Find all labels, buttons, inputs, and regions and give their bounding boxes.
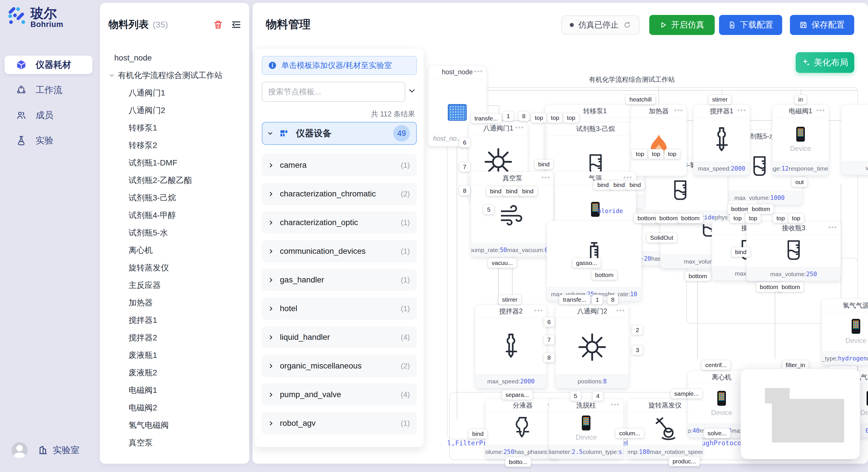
port-8[interactable]: 8	[459, 186, 470, 196]
template-item-communication_devices[interactable]: communication_devices(1)	[262, 240, 417, 262]
template-item-count: (1)	[401, 419, 410, 428]
port-separa[interactable]: separa...	[502, 390, 533, 400]
port-heatchill[interactable]: heatchill	[626, 95, 655, 104]
node-menu-icon[interactable]: •••	[474, 67, 483, 75]
port-bind[interactable]: bind	[518, 187, 537, 196]
device-icon	[582, 415, 590, 430]
port-top[interactable]: top	[531, 113, 547, 123]
port-4[interactable]: 4	[592, 391, 603, 401]
port-3[interactable]: 3	[632, 345, 643, 355]
port-top[interactable]: top	[730, 213, 745, 223]
port-sample[interactable]: sample...	[671, 389, 702, 399]
template-item-name: hotel	[280, 304, 298, 313]
template-item-count: (4)	[401, 390, 410, 399]
port-top[interactable]: top	[563, 113, 579, 123]
port-solve[interactable]: solve...	[704, 429, 731, 438]
canvas-node-电磁阀1[interactable]: 电磁阀1•••Devicevoltage: 12 response_time: …	[772, 104, 829, 175]
category-instruments[interactable]: 仪器设备 49	[262, 122, 417, 145]
node-menu-icon[interactable]: •••	[541, 173, 550, 181]
port-bind[interactable]: bind	[626, 180, 645, 190]
port-out[interactable]: out	[792, 177, 807, 187]
canvas-node-接收瓶3[interactable]: 接收瓶3•••max_volume: 250	[746, 222, 841, 281]
port-centrif[interactable]: centrif...	[702, 360, 731, 370]
template-item-liquid_handler[interactable]: liquid_handler(4)	[262, 326, 417, 348]
node-menu-icon[interactable]: •••	[611, 401, 620, 409]
port-stirrer[interactable]: stirrer	[708, 95, 732, 104]
category-count-badge: 49	[393, 125, 410, 142]
port-bottom[interactable]: bottom	[685, 271, 711, 281]
port-bind[interactable]: bind	[468, 429, 487, 439]
image-placeholder	[765, 388, 789, 403]
node-menu-icon[interactable]: •••	[616, 307, 625, 314]
port-vacuu[interactable]: vacuu...	[488, 258, 517, 268]
node-menu-icon[interactable]: •••	[828, 224, 837, 231]
canvas-node-card[interactable]: voltage: 12	[841, 104, 868, 175]
port-bottom[interactable]: bottom	[591, 270, 617, 280]
template-item-camera[interactable]: camera(1)	[262, 154, 417, 176]
port-1[interactable]: 1	[592, 295, 603, 305]
port-top[interactable]: top	[648, 149, 664, 159]
port-top[interactable]: top	[788, 213, 804, 223]
canvas-node-洗脱柱[interactable]: 洗脱柱•••Devicediameter: 2.5 column_type: s…	[549, 399, 623, 459]
port-colum[interactable]: colum...	[615, 429, 644, 438]
canvas-node-搅拌器2[interactable]: 搅拌器2•••max_speed: 2000	[475, 305, 547, 388]
template-item-organic_miscellaneous[interactable]: organic_miscellaneous(2)	[262, 355, 417, 377]
template-item-count: (2)	[401, 190, 410, 198]
template-item-characterization_optic[interactable]: characterization_optic(1)	[262, 211, 417, 234]
sparkles-icon	[802, 58, 810, 67]
port-top[interactable]: top	[773, 213, 788, 223]
port-bottom[interactable]: bottom	[748, 204, 774, 214]
canvas-node-氢气气源[interactable]: 氢气气源•••Device_type: hydrogen max_pre	[822, 299, 868, 365]
node-title: 电磁阀1	[789, 107, 812, 115]
category-name: 仪器设备	[296, 127, 332, 139]
node-menu-icon[interactable]: •••	[737, 106, 746, 114]
port-2[interactable]: 2	[632, 325, 643, 335]
port-produc[interactable]: produc...	[669, 457, 700, 466]
port-transfe[interactable]: transfe...	[471, 113, 502, 123]
node-menu-icon[interactable]: •••	[816, 106, 825, 114]
node-menu-icon[interactable]: •••	[515, 124, 524, 132]
canvas-node-搅拌器1[interactable]: 搅拌器1•••max_speed: 2000	[693, 104, 750, 175]
node-menu-icon[interactable]: •••	[534, 307, 543, 314]
port-stirrer[interactable]: stirrer	[498, 295, 521, 305]
port-top[interactable]: top	[664, 149, 680, 159]
port-7[interactable]: 7	[459, 162, 470, 172]
port-8[interactable]: 8	[608, 295, 618, 305]
port-filter_in[interactable]: filter_in	[782, 360, 809, 370]
port-top[interactable]: top	[745, 213, 761, 223]
beautify-layout-button[interactable]: 美化布局	[796, 52, 854, 73]
canvas-node-加热器[interactable]: 加热器•••	[631, 104, 687, 176]
port-transfe[interactable]: transfe...	[559, 295, 590, 305]
canvas-node-真空泵[interactable]: 真空泵•••pump_rate: 50 max_vacuum: 0.1	[471, 171, 554, 257]
search-input[interactable]	[262, 82, 405, 102]
port-6[interactable]: 6	[544, 317, 555, 327]
port-bottom[interactable]: bottom	[778, 282, 804, 292]
template-item-gas_handler[interactable]: gas_handler(1)	[262, 269, 417, 291]
template-item-robot_agv[interactable]: robot_agv(1)	[262, 412, 417, 434]
node-title: 八通阀门2	[577, 307, 608, 316]
chevron-right-icon	[268, 192, 273, 196]
chevron-down-icon[interactable]	[410, 89, 414, 94]
port-top[interactable]: top	[632, 149, 648, 159]
port-SolidOut[interactable]: SolidOut	[646, 233, 677, 243]
port-bind[interactable]: bind	[732, 247, 750, 257]
port-1[interactable]: 1	[503, 111, 514, 121]
template-item-hotel[interactable]: hotel(1)	[262, 297, 417, 320]
node-menu-icon[interactable]: •••	[674, 106, 683, 114]
port-botto[interactable]: botto...	[505, 457, 531, 467]
port-8[interactable]: 8	[518, 111, 529, 121]
port-top[interactable]: top	[547, 113, 563, 123]
chevron-right-icon	[268, 249, 273, 254]
port-8[interactable]: 8	[544, 353, 555, 363]
port-7[interactable]: 7	[544, 335, 555, 345]
port-5[interactable]: 5	[484, 205, 494, 214]
template-item-characterization_chromatic[interactable]: characterization_chromatic(2)	[262, 183, 417, 205]
port-bottom[interactable]: bottom	[677, 213, 703, 223]
port-5[interactable]: 5	[570, 391, 581, 401]
port-bind[interactable]: bind	[534, 160, 553, 169]
port-gasso[interactable]: gasso...	[572, 258, 601, 268]
port-6[interactable]: 6	[459, 138, 470, 147]
canvas-node-八通阀门2[interactable]: 八通阀门2•••positions: 8	[555, 305, 629, 388]
port-in[interactable]: in	[795, 95, 807, 104]
template-item-pump_and_valve[interactable]: pump_and_valve(4)	[262, 383, 417, 406]
